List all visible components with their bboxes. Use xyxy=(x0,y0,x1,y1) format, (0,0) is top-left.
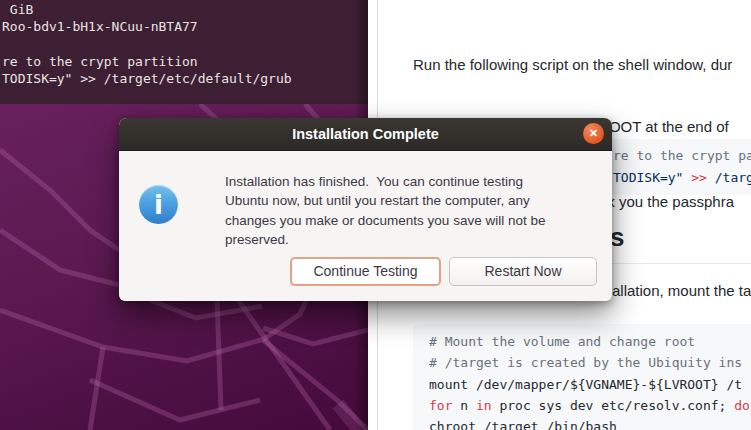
dialog-message-line: Ubuntu now, but until you restart the co… xyxy=(225,191,545,210)
code-operator: >> xyxy=(691,170,707,185)
dialog-message-line: preserved. xyxy=(225,230,545,249)
code-path: /targ xyxy=(707,170,751,185)
paragraph-mount-fragment: allation, mount the ta xyxy=(612,283,751,298)
terminal-line: Roo-bdv1-bH1x-NCuu-nBTA77 xyxy=(2,18,368,35)
section-heading-fragment: s xyxy=(610,222,624,253)
dialog-title: Installation Complete xyxy=(119,118,612,150)
code-string: TODISK=y" xyxy=(613,170,691,185)
info-icon: i xyxy=(139,185,178,224)
code-comment: # Mount the volume and change root xyxy=(429,331,750,352)
desktop-screen: GiB Roo-bdv1-bH1x-NCuu-nBTA77 re to the … xyxy=(0,0,751,430)
terminal-line: GiB xyxy=(2,1,368,18)
code-line: chroot /target /bin/bash xyxy=(429,416,750,430)
installation-complete-dialog: Installation Complete ✕ i Installation h… xyxy=(119,118,612,301)
code-comment: # /target is created by the Ubiquity ins xyxy=(429,352,750,373)
code-comment: re to the crypt pa xyxy=(613,145,751,167)
code-keyword: do xyxy=(734,398,750,413)
code-text: n xyxy=(452,398,475,413)
restart-now-button[interactable]: Restart Now xyxy=(449,257,597,286)
code-line: mount /dev/mapper/${VGNAME}-${LVROOT} /t xyxy=(429,374,750,395)
dialog-message: Installation has finished. You can conti… xyxy=(225,172,545,250)
terminal-window[interactable]: GiB Roo-bdv1-bH1x-NCuu-nBTA77 re to the … xyxy=(0,0,368,104)
close-icon[interactable]: ✕ xyxy=(583,123,604,144)
code-block-grub-text: re to the crypt pa TODISK=y" >> /targ xyxy=(613,145,751,189)
code-text: proc sys dev etc/resolv.conf; xyxy=(492,398,735,413)
code-block-mount-text: # Mount the volume and change root # /ta… xyxy=(429,331,750,430)
code-line: for n in proc sys dev etc/resolv.conf; d… xyxy=(429,395,750,416)
dialog-message-line: changes you make or documents you save w… xyxy=(225,211,545,230)
terminal-line xyxy=(2,36,368,53)
terminal-line: TODISK=y" >> /target/etc/default/grub xyxy=(2,70,368,87)
code-keyword: in xyxy=(476,398,492,413)
terminal-line: re to the crypt partition xyxy=(2,53,368,70)
code-line: TODISK=y" >> /targ xyxy=(613,167,751,189)
code-keyword: for xyxy=(429,398,452,413)
dialog-titlebar[interactable]: Installation Complete ✕ xyxy=(119,118,612,151)
dialog-message-line: Installation has finished. You can conti… xyxy=(225,172,545,191)
continue-testing-button[interactable]: Continue Testing xyxy=(290,257,441,286)
